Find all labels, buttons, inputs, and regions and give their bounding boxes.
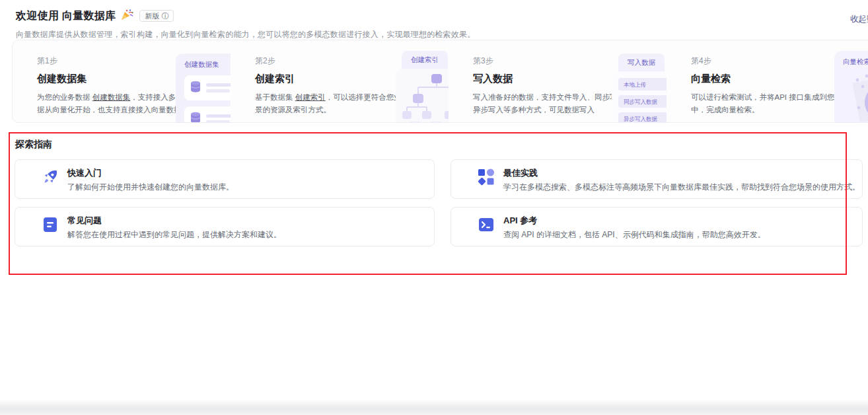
- placeholder-bar: [206, 83, 231, 87]
- info-icon: ⓘ: [161, 12, 168, 20]
- placeholder-bars: [206, 114, 231, 122]
- card-title: 常见问题: [67, 215, 281, 227]
- card-best-practices[interactable]: 最佳实践 学习在多模态搜索、多模态标注等高频场景下向量数据库最佳实践，帮助找到符…: [451, 159, 863, 199]
- vector-db-welcome-page: 欢迎使用 向量数据库 新版 ⓘ 向量数据库提供从数据管理，索引构建，向量化到向量…: [0, 0, 868, 415]
- card-description: 解答您在使用过程中遇到的常见问题，提供解决方案和建议。: [67, 229, 281, 241]
- card-faq[interactable]: 常见问题 解答您在使用过程中遇到的常见问题，提供解决方案和建议。: [15, 207, 435, 246]
- collapse-guide-link[interactable]: 收起数据: [850, 14, 868, 25]
- placeholder-bar: [206, 89, 230, 93]
- step-card-create-index: 第2步 创建索引 基于数据集 创建索引，可以选择更符合您业务场景的资源及索引方式…: [231, 40, 449, 122]
- step-description: 可以进行检索测试，并将API 接口集成到您的业务中，完成向量检索。: [691, 91, 857, 116]
- step-card-write-data: 第3步 写入数据 写入准备好的数据，支持文件导入、同步写入、异步写入等多种方式，…: [449, 40, 667, 122]
- card-text: 常见问题 解答您在使用过程中遇到的常见问题，提供解决方案和建议。: [67, 215, 281, 241]
- api-terminal-icon: [478, 216, 495, 233]
- bottom-fade: [0, 399, 868, 415]
- card-title: 快速入门: [67, 167, 234, 179]
- create-index-link[interactable]: 创建索引: [295, 93, 326, 101]
- write-data-illustration: 本地上传 同步写入数据 异步写入数据: [612, 71, 667, 122]
- write-option-sync: 同步写入数据: [618, 95, 667, 108]
- card-quickstart[interactable]: 快速入门 了解如何开始使用并快速创建您的向量数据库。: [15, 159, 435, 199]
- step-card-vector-search: 第4步 向量检索 可以进行检索测试，并将API 接口集成到您的业务中，完成向量检…: [667, 40, 868, 122]
- page-header: 欢迎使用 向量数据库 新版 ⓘ 向量数据库提供从数据管理，索引构建，向量化到向量…: [16, 9, 475, 40]
- rocket-icon: [42, 169, 59, 186]
- step-desc-text: 可以进行检索测试，并将API 接口集成到您的业务中，完成向量检索。: [691, 93, 857, 114]
- card-description: 查阅 API 的详细文档，包括 API、示例代码和集成指南，帮助您高效开发。: [503, 229, 766, 241]
- dataset-row: [184, 106, 231, 122]
- faq-document-icon: [42, 216, 59, 233]
- card-text: 快速入门 了解如何开始使用并快速创建您的向量数据库。: [67, 167, 234, 193]
- vector-sphere-icon: [843, 117, 868, 122]
- create-dataset-illustration: 创建数据集: [176, 54, 231, 122]
- placeholder-bar: [206, 120, 230, 122]
- party-popper-icon: [121, 9, 134, 23]
- card-title: API 参考: [503, 215, 766, 227]
- card-api-reference[interactable]: API 参考 查阅 API 的详细文档，包括 API、示例代码和集成指南，帮助您…: [451, 207, 863, 246]
- vector-search-illustration: 向量检索: [834, 51, 868, 122]
- shapes-icon: [478, 169, 495, 186]
- card-title: 最佳实践: [503, 167, 860, 179]
- write-data-illustration-tab: 写入数据: [618, 54, 665, 71]
- new-version-badge-label: 新版: [145, 12, 159, 20]
- explore-cards-grid: 快速入门 了解如何开始使用并快速创建您的向量数据库。 最佳实践 学习在多模态搜索…: [15, 159, 863, 246]
- card-text: API 参考 查阅 API 的详细文档，包括 API、示例代码和集成指南，帮助您…: [503, 215, 766, 241]
- page-subtitle: 向量数据库提供从数据管理，索引构建，向量化到向量检索的能力，您可以将您的多模态数…: [16, 29, 475, 40]
- explore-section-heading: 探索指南: [15, 139, 52, 151]
- card-text: 最佳实践 学习在多模态搜索、多模态标注等高频场景下向量数据库最佳实践，帮助找到符…: [503, 167, 860, 193]
- create-index-illustration-tab: 创建索引: [402, 51, 448, 69]
- database-icon: [190, 81, 201, 95]
- dataset-row: [184, 75, 231, 100]
- write-option-async: 异步写入数据: [618, 112, 667, 122]
- step-desc-text: 为您的业务数据: [37, 93, 92, 101]
- database-icon: [190, 112, 201, 122]
- placeholder-bar: [206, 114, 231, 118]
- page-title: 欢迎使用 向量数据库: [16, 9, 116, 23]
- tree-diagram-icon: [396, 69, 449, 122]
- card-description: 学习在多模态搜索、多模态标注等高频场景下向量数据库最佳实践，帮助找到符合您场景的…: [503, 182, 860, 193]
- step-desc-text: 基于数据集: [255, 93, 295, 101]
- write-option-local-upload: 本地上传: [618, 78, 667, 91]
- step-card-create-dataset: 第1步 创建数据集 为您的业务数据 创建数据集，支持接入多模态数据从向量化开始，…: [13, 40, 231, 122]
- illustration-label: 创建数据集: [184, 60, 231, 69]
- steps-guide-panel: 第1步 创建数据集 为您的业务数据 创建数据集，支持接入多模态数据从向量化开始，…: [12, 40, 868, 123]
- step-desc-text: 写入准备好的数据，支持文件导入、同步写入、异步写入等多种方式，可见数据写入: [473, 93, 633, 114]
- illustration-label: 向量检索: [843, 57, 868, 67]
- placeholder-bars: [206, 83, 231, 93]
- title-row: 欢迎使用 向量数据库 新版 ⓘ: [16, 9, 475, 23]
- card-description: 了解如何开始使用并快速创建您的向量数据库。: [67, 182, 234, 193]
- new-version-badge: 新版 ⓘ: [139, 10, 174, 22]
- create-dataset-link[interactable]: 创建数据集: [92, 93, 131, 101]
